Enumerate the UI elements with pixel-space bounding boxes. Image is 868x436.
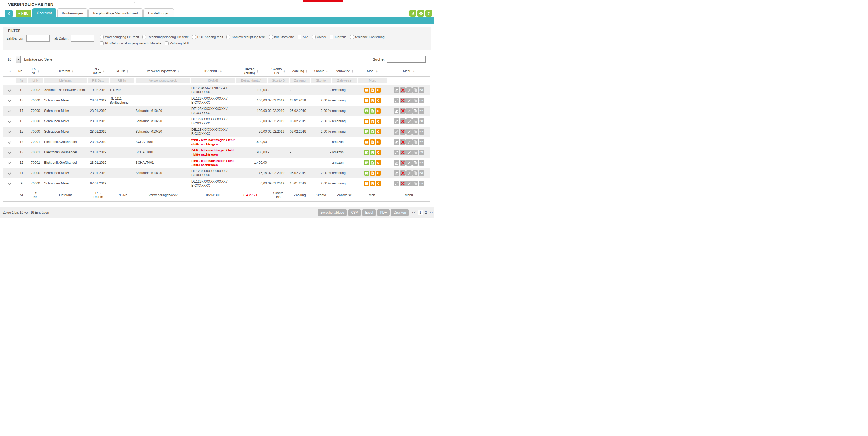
pdf-button[interactable]: PDF bbox=[419, 160, 425, 166]
checkbox-icon[interactable] bbox=[298, 35, 302, 39]
pagination-page-2[interactable]: 2 bbox=[425, 210, 427, 214]
column-filter-input-zahlweise[interactable] bbox=[332, 78, 357, 84]
column-filter-input-vz[interactable] bbox=[135, 78, 190, 84]
rechnungseingang-status-icon[interactable] bbox=[370, 98, 375, 103]
column-header-skontobis[interactable]: Skonto Bis▲▼ bbox=[267, 66, 289, 77]
column-filter-input-lfnr[interactable] bbox=[28, 78, 43, 84]
sort-both-icon[interactable]: ▲▼ bbox=[306, 70, 307, 73]
rechnungseingang-status-icon[interactable] bbox=[370, 181, 375, 186]
bearbeiten-button[interactable] bbox=[394, 118, 399, 124]
zahlung-euro-icon[interactable]: € bbox=[376, 150, 381, 155]
column-filter-input-betrag[interactable] bbox=[236, 78, 267, 84]
column-header-expand[interactable]: ▲▼ bbox=[3, 66, 16, 77]
bearbeiten-button[interactable] bbox=[394, 150, 399, 155]
tab-regelmäßige-verbindlichkeit[interactable]: Regelmäßige Verbindlichkeit bbox=[88, 8, 143, 18]
checkbox-icon[interactable] bbox=[312, 35, 316, 39]
rechnungseingang-status-icon[interactable] bbox=[370, 170, 375, 176]
expand-chevron-icon[interactable] bbox=[8, 181, 11, 185]
wareneingang-status-icon[interactable] bbox=[364, 88, 369, 93]
pdf-button[interactable]: PDF bbox=[419, 129, 425, 134]
tab-kontierungen[interactable]: Kontierungen bbox=[57, 8, 88, 18]
zahlung-euro-icon[interactable]: € bbox=[376, 129, 381, 134]
wareneingang-status-icon[interactable] bbox=[364, 119, 369, 124]
pdf-button[interactable]: PDF bbox=[419, 170, 425, 176]
sort-both-icon[interactable]: ▲▼ bbox=[376, 70, 377, 73]
rechnungseingang-status-icon[interactable] bbox=[370, 139, 375, 145]
wareneingang-status-icon[interactable] bbox=[364, 108, 369, 114]
search-input[interactable] bbox=[387, 56, 426, 63]
zahlung-euro-icon[interactable]: € bbox=[376, 119, 381, 124]
column-filter-input-lieferant[interactable] bbox=[44, 78, 87, 84]
column-header-iban[interactable]: IBAN/BIC▲▼ bbox=[191, 66, 235, 77]
column-header-zahlung[interactable]: Zahlung▲▼ bbox=[289, 66, 310, 77]
pagination-next[interactable]: >> bbox=[429, 210, 432, 214]
sort-desc-icon[interactable]: ▼ bbox=[23, 70, 25, 72]
sort-both-icon[interactable]: ▲▼ bbox=[37, 70, 39, 73]
zahlung-euro-icon[interactable]: € bbox=[376, 170, 381, 176]
checkbox-icon[interactable] bbox=[330, 35, 333, 39]
stornieren-button[interactable] bbox=[400, 170, 406, 176]
column-header-betrag[interactable]: Betrag (brutto)▲▼ bbox=[235, 66, 267, 77]
expand-chevron-icon[interactable] bbox=[8, 150, 11, 154]
kopieren-button[interactable] bbox=[412, 160, 418, 166]
wareneingang-status-icon[interactable] bbox=[364, 160, 369, 165]
column-filter-input-redatum[interactable] bbox=[88, 78, 108, 84]
kopieren-button[interactable] bbox=[412, 170, 418, 176]
pdf-button[interactable]: PDF bbox=[419, 181, 425, 186]
checkbox-icon[interactable] bbox=[226, 35, 230, 39]
kopieren-button[interactable] bbox=[412, 129, 418, 134]
sort-both-icon[interactable]: ▲▼ bbox=[72, 70, 73, 73]
stornieren-button[interactable] bbox=[400, 129, 406, 134]
column-header-zahlweise[interactable]: Zahlweise▲▼ bbox=[332, 66, 358, 77]
freigeben-button[interactable] bbox=[406, 170, 412, 176]
filter-checkbox-re-datum-u-eingang-versch-monate[interactable]: RE-Datum u. -Eingang versch. Monate bbox=[100, 41, 161, 45]
kopieren-button[interactable] bbox=[412, 98, 418, 103]
freigeben-button[interactable] bbox=[406, 181, 412, 186]
export-button-excel[interactable]: Excel bbox=[362, 209, 376, 216]
filter-checkbox-wareneingang-ok-fehlt[interactable]: Wareneingang OK fehlt bbox=[100, 35, 139, 39]
checkbox-icon[interactable] bbox=[269, 35, 273, 39]
bearbeiten-button[interactable] bbox=[394, 170, 399, 176]
export-button-zwischenablage[interactable]: Zwischenablage bbox=[317, 209, 347, 216]
rechnungseingang-status-icon[interactable] bbox=[370, 160, 375, 165]
filter-checkbox-pdf-anhang-fehlt[interactable]: PDF Anhang fehlt bbox=[192, 35, 223, 39]
zahlung-euro-icon[interactable]: € bbox=[376, 139, 381, 145]
filter-checkbox-rechnungseingang-ok-fehlt[interactable]: Rechnungseingang OK fehlt bbox=[143, 35, 188, 39]
column-filter-input-skonto[interactable] bbox=[311, 78, 331, 84]
bearbeiten-button[interactable] bbox=[394, 98, 399, 103]
new-button[interactable]: + NEU bbox=[16, 10, 31, 18]
stornieren-button[interactable] bbox=[400, 118, 406, 124]
column-header-redatum[interactable]: RE- Datum▲▼ bbox=[87, 66, 109, 77]
stornieren-button[interactable] bbox=[400, 181, 406, 186]
kopieren-button[interactable] bbox=[412, 87, 418, 93]
sort-both-icon[interactable]: ▲▼ bbox=[103, 70, 104, 73]
freigeben-button[interactable] bbox=[406, 150, 412, 155]
expand-chevron-icon[interactable] bbox=[8, 161, 11, 164]
rechnungseingang-status-icon[interactable] bbox=[370, 88, 375, 93]
column-filter-input-renr[interactable] bbox=[110, 78, 134, 84]
zahlung-euro-icon[interactable]: € bbox=[376, 108, 381, 114]
zahlung-euro-icon[interactable]: € bbox=[376, 160, 381, 165]
sort-both-icon[interactable]: ▲▼ bbox=[177, 70, 179, 73]
sort-both-icon[interactable]: ▲▼ bbox=[413, 70, 415, 73]
wareneingang-status-icon[interactable] bbox=[364, 150, 369, 155]
filter-checkbox-nur-stornierte[interactable]: nur Stornierte bbox=[269, 35, 294, 39]
checkbox-icon[interactable] bbox=[100, 35, 104, 39]
wareneingang-status-icon[interactable] bbox=[364, 98, 369, 103]
rechnungseingang-status-icon[interactable] bbox=[370, 108, 375, 114]
rechnungseingang-status-icon[interactable] bbox=[370, 119, 375, 124]
filter-checkbox-zahlung-fehlt[interactable]: Zahlung fehlt bbox=[165, 41, 189, 45]
help-button[interactable]: ? bbox=[425, 10, 432, 17]
expand-chevron-icon[interactable] bbox=[8, 130, 11, 133]
bearbeiten-button[interactable] bbox=[394, 108, 399, 114]
checkbox-icon[interactable] bbox=[350, 35, 354, 39]
print-button[interactable] bbox=[417, 10, 424, 17]
pdf-button[interactable]: PDF bbox=[419, 150, 425, 155]
export-button-pdf[interactable]: PDF bbox=[377, 209, 390, 216]
rechnungseingang-status-icon[interactable] bbox=[370, 150, 375, 155]
column-filter-input-zahlung[interactable] bbox=[290, 78, 310, 84]
rechnungseingang-status-icon[interactable] bbox=[370, 129, 375, 134]
bearbeiten-button[interactable] bbox=[394, 87, 399, 93]
checkbox-icon[interactable] bbox=[192, 35, 196, 39]
filter-checkbox-alle[interactable]: Alle bbox=[298, 35, 308, 39]
